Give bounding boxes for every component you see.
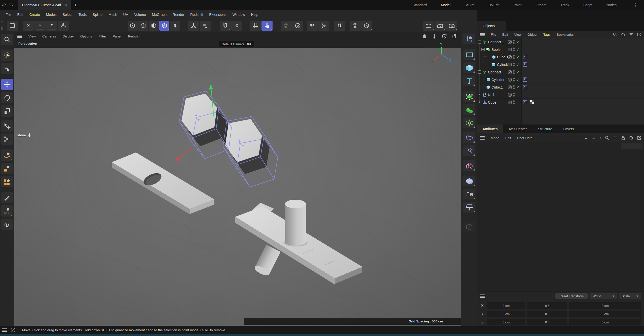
- add-cube-button[interactable]: [463, 62, 475, 73]
- add-environment-button[interactable]: [463, 176, 475, 186]
- line-cut-tool[interactable]: [1, 205, 13, 217]
- workspace-tab-model[interactable]: Model: [441, 3, 450, 7]
- selected-object[interactable]: [181, 94, 270, 174]
- obj-menu-edit[interactable]: Edit: [502, 33, 508, 36]
- position-y-field[interactable]: 0 cm: [487, 311, 525, 317]
- cross-object[interactable]: [235, 200, 362, 284]
- collapse-icon[interactable]: −: [478, 40, 481, 44]
- position-z-field[interactable]: 0 cm: [487, 319, 525, 325]
- viewport-solo-auto-button[interactable]: A: [361, 21, 372, 31]
- add-camera-button[interactable]: [463, 189, 475, 199]
- enable-axis-button[interactable]: [188, 21, 199, 31]
- symmetry-settings-button[interactable]: ⚙: [318, 21, 329, 31]
- collapse-icon[interactable]: −: [478, 70, 481, 74]
- quantize-lock-button[interactable]: [261, 21, 273, 31]
- vp-menu-cameras[interactable]: Cameras: [42, 34, 56, 38]
- attr-menu-userdata[interactable]: User Data: [517, 136, 533, 140]
- visibility-toggle[interactable]: [513, 70, 515, 74]
- project-settings-button[interactable]: [7, 21, 18, 31]
- brush-tool[interactable]: [1, 192, 13, 203]
- cross-object-cylinder-bottom[interactable]: [253, 245, 281, 277]
- snap-settings-button[interactable]: ⚙: [231, 21, 242, 31]
- workspace-tab-standard[interactable]: Standard: [412, 3, 427, 7]
- search-icon[interactable]: [605, 136, 609, 140]
- visibility-toggle[interactable]: [513, 48, 515, 51]
- tab-layers[interactable]: Layers: [558, 124, 579, 133]
- add-spline-mask-button[interactable]: [463, 91, 475, 102]
- undo-icon[interactable]: ↶: [0, 1, 8, 9]
- editor-enable-toggle[interactable]: [508, 40, 512, 44]
- workspace-tab-paint[interactable]: Paint: [514, 3, 522, 7]
- scale-x-field[interactable]: 0 cm: [569, 302, 641, 309]
- spline-arc-pen-tool[interactable]: [1, 149, 13, 161]
- quantize-button[interactable]: [250, 21, 261, 31]
- enabled-check-icon[interactable]: ✓: [516, 62, 520, 67]
- scale-z-field[interactable]: 0 cm: [569, 319, 641, 325]
- pan-hand-icon[interactable]: [422, 33, 427, 39]
- menu-render[interactable]: Render: [173, 13, 184, 17]
- editor-enable-toggle[interactable]: [508, 55, 512, 59]
- target-icon[interactable]: [629, 136, 633, 140]
- drag-handle[interactable]: [1, 21, 3, 30]
- tree-row-cylinder1[interactable]: Cylinder ✓: [477, 61, 644, 68]
- menu-redshift[interactable]: Redshift: [190, 13, 203, 17]
- rotate-tool[interactable]: [1, 92, 13, 103]
- viewport-search-button[interactable]: [1, 34, 13, 45]
- transform-tool[interactable]: [1, 120, 13, 132]
- home-icon[interactable]: [621, 32, 625, 37]
- editor-enable-toggle[interactable]: [508, 70, 512, 74]
- workplane-button[interactable]: [200, 21, 211, 31]
- render-settings-button[interactable]: ⚙: [446, 21, 457, 31]
- visibility-toggle[interactable]: [513, 93, 515, 97]
- visibility-toggle[interactable]: [513, 40, 515, 44]
- phong-tag-icon[interactable]: [523, 55, 527, 59]
- editor-enable-toggle[interactable]: [508, 63, 512, 67]
- attributes-filter-box[interactable]: [621, 143, 643, 149]
- editor-enable-toggle[interactable]: [508, 93, 512, 97]
- orbit-rotate-icon[interactable]: [441, 33, 447, 39]
- move-tool[interactable]: [1, 79, 13, 90]
- enabled-check-icon[interactable]: ✓: [516, 55, 520, 59]
- camera-label-pill[interactable]: Default Camera: [219, 41, 254, 47]
- tab-attributes[interactable]: Attributes: [477, 124, 503, 133]
- editor-enable-toggle[interactable]: [508, 100, 512, 104]
- rotation-z-field[interactable]: 0 °: [527, 319, 567, 325]
- add-stage-button[interactable]: [463, 202, 475, 213]
- enabled-check-icon[interactable]: ✓: [516, 47, 520, 52]
- lock-icon[interactable]: [621, 136, 625, 140]
- obj-menu-object[interactable]: Object: [527, 33, 537, 36]
- add-spline-button[interactable]: [463, 49, 475, 60]
- search-icon[interactable]: [613, 32, 617, 37]
- coordinates-hamburger-icon[interactable]: [480, 295, 485, 298]
- tree-row-connect1[interactable]: − Connect.1 ✓: [477, 38, 644, 46]
- menu-tools[interactable]: Tools: [79, 13, 87, 17]
- attr-menu-edit[interactable]: Edit: [505, 136, 511, 140]
- phong-tag-icon[interactable]: [523, 85, 527, 89]
- add-volume-builder-button[interactable]: [463, 104, 475, 115]
- rotation-y-field[interactable]: 0 °: [527, 311, 567, 317]
- maximize-view-icon[interactable]: [451, 33, 457, 39]
- phong-tag-icon[interactable]: [523, 62, 527, 67]
- add-deformer-button[interactable]: [463, 132, 475, 143]
- snap-button[interactable]: [220, 21, 231, 31]
- workspace-tab-script[interactable]: Script: [583, 3, 592, 7]
- vp-menu-panel[interactable]: Panel: [113, 34, 122, 38]
- tree-row-cylinder2[interactable]: Cylinder ✓: [477, 76, 644, 83]
- enabled-check-icon[interactable]: ✓: [516, 40, 520, 44]
- lock-y-axis-button[interactable]: Y: [34, 21, 46, 31]
- new-tab-button[interactable]: +: [71, 1, 80, 9]
- tree-row-connect[interactable]: − Connect ✓: [477, 68, 644, 76]
- display-tag-icon[interactable]: [530, 100, 534, 104]
- tab-objects[interactable]: Objects: [477, 21, 506, 31]
- enabled-check-icon[interactable]: ✓: [516, 70, 520, 74]
- menu-create[interactable]: Create: [29, 13, 40, 17]
- cross-object-cylinder-top[interactable]: [285, 204, 306, 246]
- filter-icon[interactable]: [629, 32, 633, 37]
- interactive-render-region-button[interactable]: [281, 21, 292, 31]
- attr-menu-mode[interactable]: Mode: [491, 136, 499, 140]
- editor-enable-toggle[interactable]: [508, 78, 512, 82]
- add-field-button[interactable]: ⚙: [463, 117, 475, 128]
- add-symmetry-button[interactable]: [463, 160, 475, 171]
- add-null-button[interactable]: [463, 33, 475, 44]
- workspace-tab-sculpt[interactable]: Sculpt: [465, 3, 474, 7]
